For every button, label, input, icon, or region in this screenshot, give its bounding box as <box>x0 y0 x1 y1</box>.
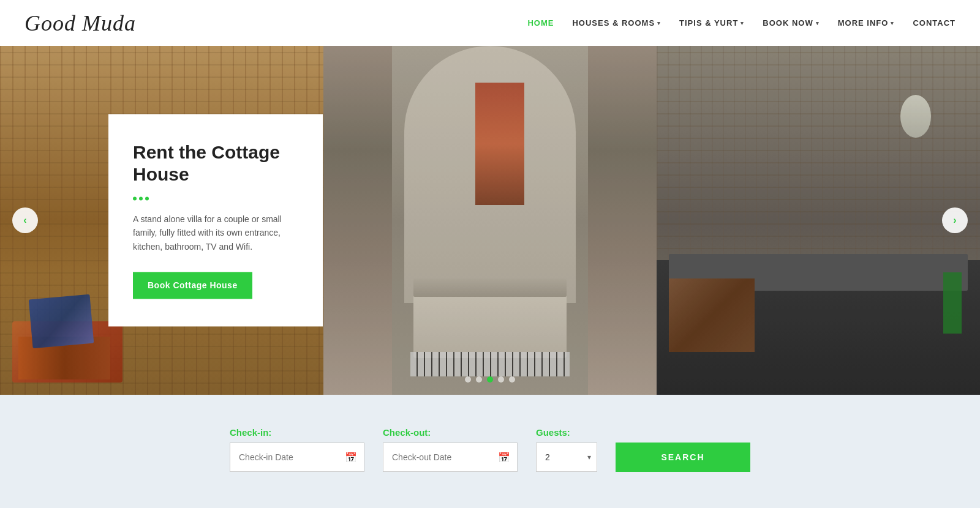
search-group: SEARCH <box>616 425 750 472</box>
checkin-label: Check-in: <box>230 427 364 438</box>
divider-dot-2 <box>139 196 143 200</box>
hero-title: Rent the Cottage House <box>133 141 298 185</box>
slider-dot-2[interactable] <box>476 376 482 383</box>
checkout-group: Check-out: 📅 <box>383 427 518 472</box>
divider-dot-1 <box>133 196 137 200</box>
slider-prev-button[interactable]: ‹ <box>12 207 38 233</box>
booking-section: Check-in: 📅 Check-out: 📅 Guests: 1 2 3 <box>0 395 980 508</box>
nav-item-more-info[interactable]: MORE INFO ▾ <box>838 18 895 28</box>
guests-select[interactable]: 1 2 3 4 5 6 <box>536 443 597 472</box>
nav-item-houses-rooms[interactable]: HOUSES & ROOMS ▾ <box>572 18 661 28</box>
divider-dot-3 <box>145 196 149 200</box>
slider-dot-5[interactable] <box>509 376 515 383</box>
header: Good Muda HOME HOUSES & ROOMS ▾ TIPIS & … <box>0 0 980 46</box>
slider-dots <box>465 376 515 383</box>
slider-next-button[interactable]: › <box>942 207 968 233</box>
slider-dot-1[interactable] <box>465 376 471 383</box>
hero-content-card: Rent the Cottage House A stand alone vil… <box>108 114 323 326</box>
nav-item-contact[interactable]: CONTACT <box>913 18 956 28</box>
chevron-down-icon: ▾ <box>891 20 894 26</box>
main-nav: HOME HOUSES & ROOMS ▾ TIPIS & YURT ▾ BOO… <box>527 18 956 28</box>
checkin-input-wrap: 📅 <box>230 443 364 472</box>
checkout-input[interactable] <box>383 443 518 472</box>
chevron-down-icon: ▾ <box>816 20 820 26</box>
guests-group: Guests: 1 2 3 4 5 6 ▾ <box>536 427 597 472</box>
checkout-input-wrap: 📅 <box>383 443 518 472</box>
checkin-group: Check-in: 📅 <box>230 427 364 472</box>
guests-label: Guests: <box>536 427 597 438</box>
slider-dot-3[interactable] <box>487 376 493 383</box>
chevron-down-icon: ▾ <box>741 20 744 26</box>
search-button[interactable]: SEARCH <box>616 443 750 472</box>
calendar-icon-2: 📅 <box>498 452 510 463</box>
nav-item-tipis-yurt[interactable]: TIPIS & YURT ▾ <box>679 18 744 28</box>
calendar-icon: 📅 <box>345 452 357 463</box>
site-logo[interactable]: Good Muda <box>24 10 136 36</box>
hero-divider <box>133 196 298 200</box>
booking-form: Check-in: 📅 Check-out: 📅 Guests: 1 2 3 <box>230 425 750 472</box>
nav-item-home[interactable]: HOME <box>527 18 554 28</box>
checkout-label: Check-out: <box>383 427 518 438</box>
slider-dot-4[interactable] <box>498 376 504 383</box>
chevron-down-icon: ▾ <box>657 20 661 26</box>
hero-slider: Rent the Cottage House A stand alone vil… <box>0 46 980 395</box>
nav-item-book-now[interactable]: BOOK NOW ▾ <box>763 18 819 28</box>
checkin-input[interactable] <box>230 443 364 472</box>
guests-select-wrap: 1 2 3 4 5 6 ▾ <box>536 443 597 472</box>
book-cottage-button[interactable]: Book Cottage House <box>133 272 252 299</box>
hero-description: A stand alone villa for a couple or smal… <box>133 212 298 253</box>
